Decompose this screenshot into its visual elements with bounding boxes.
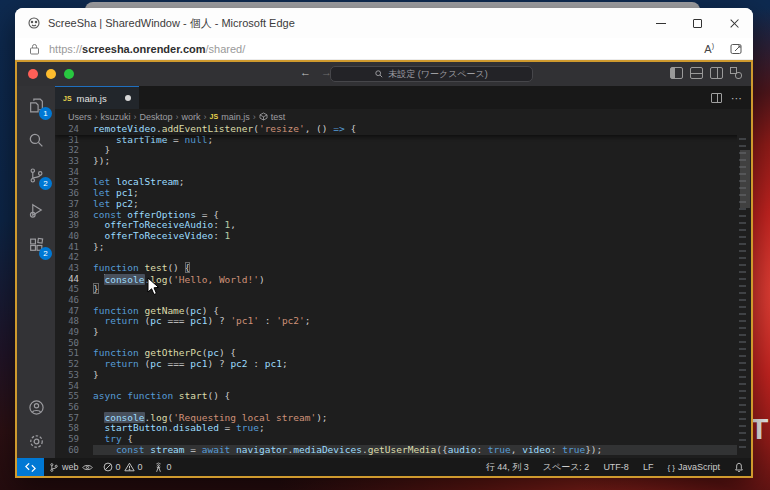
line-number: 38 (55, 210, 93, 221)
breadcrumb-item[interactable]: work (182, 112, 201, 122)
encoding-status[interactable]: UTF-8 (596, 462, 636, 472)
language-status[interactable]: { } JavaScript (660, 462, 727, 472)
nav-back-icon[interactable]: ← (300, 66, 311, 78)
line-number: 60 (55, 445, 93, 456)
code-line[interactable]: 32 } (55, 145, 751, 156)
code-line[interactable]: 24remoteVideo.addEventListener('resize',… (55, 124, 751, 135)
tab-bar: JS main.js ⋯ (55, 86, 751, 109)
account-icon[interactable] (24, 396, 48, 418)
line-number: 57 (55, 413, 93, 424)
line-number: 49 (55, 327, 93, 338)
notifications-status[interactable] (727, 462, 751, 473)
minimize-button[interactable] (642, 8, 679, 38)
line-col-status[interactable]: 行 44, 列 3 (479, 461, 536, 474)
url-bar[interactable]: https://screesha.onrender.com/shared/ A) (15, 38, 753, 60)
extensions-icon[interactable]: 2 (24, 234, 48, 256)
line-number: 47 (55, 306, 93, 317)
branch-icon (49, 462, 59, 473)
line-number: 32 (55, 145, 93, 156)
code-line[interactable]: 52 return (pc === pc1) ? pc2 : pc1; (55, 359, 751, 370)
code-line[interactable]: 40 offerToReceiveVideo: 1 (55, 231, 751, 242)
line-number: 59 (55, 434, 93, 445)
site-favicon (27, 16, 41, 30)
traffic-close-button[interactable] (28, 69, 38, 79)
read-aloud-icon[interactable]: A) (704, 42, 714, 55)
sticky-scroll-line[interactable]: 24remoteVideo.addEventListener('resize',… (55, 124, 751, 135)
code-line[interactable]: 48 return (pc === pc1) ? 'pc1' : 'pc2'; (55, 316, 751, 327)
code-line[interactable]: 55async function start() { (55, 391, 751, 402)
close-button[interactable] (716, 8, 753, 38)
line-number: 36 (55, 188, 93, 199)
code-line[interactable]: 53} (55, 370, 751, 381)
line-number: 40 (55, 231, 93, 242)
explorer-badge: 1 (39, 107, 52, 120)
line-number: 44 (55, 274, 93, 285)
run-debug-icon[interactable] (24, 199, 48, 221)
settings-gear-icon[interactable] (24, 430, 48, 452)
line-number: 43 (55, 263, 93, 274)
tab-main-js[interactable]: JS main.js (55, 86, 139, 109)
command-center-search[interactable]: 未設定 (ワークスペース) (330, 66, 533, 82)
source-control-badge: 2 (39, 177, 52, 190)
line-number: 50 (55, 338, 93, 349)
eol-status[interactable]: LF (636, 462, 661, 472)
breadcrumb-item[interactable]: ksuzuki (101, 112, 131, 122)
search-view-icon[interactable] (24, 129, 48, 151)
remote-indicator[interactable] (17, 458, 44, 476)
page-actions-icon[interactable] (730, 43, 743, 55)
breadcrumb-item-symbol[interactable]: test (271, 112, 286, 122)
bell-icon (734, 462, 744, 473)
code-line[interactable]: 36let pc1; (55, 188, 751, 199)
search-icon (375, 70, 383, 78)
line-number: 48 (55, 316, 93, 327)
code-line[interactable]: 33}); (55, 156, 751, 167)
customize-layout-icon[interactable] (730, 67, 743, 79)
ports-status[interactable]: 0 (148, 458, 177, 476)
code-line[interactable]: 43function test() { (55, 263, 751, 274)
line-number: 39 (55, 220, 93, 231)
breadcrumb-item-file[interactable]: main.js (221, 112, 250, 122)
url-text[interactable]: https://screesha.onrender.com/shared/ (49, 43, 245, 55)
toggle-sidebar-icon[interactable] (670, 67, 683, 79)
activity-bar: 1 2 (17, 86, 55, 458)
toggle-panel-icon[interactable] (690, 67, 703, 79)
line-number: 35 (55, 177, 93, 188)
line-number: 53 (55, 370, 93, 381)
scrollbar-thumb[interactable] (740, 150, 750, 208)
line-number: 42 (55, 252, 93, 263)
toggle-secondary-sidebar-icon[interactable] (710, 67, 723, 79)
explorer-icon[interactable]: 1 (24, 94, 48, 116)
more-actions-icon[interactable]: ⋯ (731, 94, 743, 102)
traffic-zoom-button[interactable] (64, 69, 74, 79)
traffic-minimize-button[interactable] (46, 69, 56, 79)
modified-dot-icon[interactable] (125, 95, 131, 101)
split-editor-icon[interactable] (711, 93, 722, 103)
indent-status[interactable]: スペース: 2 (536, 461, 597, 474)
problems-status[interactable]: 0 0 (98, 458, 148, 476)
tab-label: main.js (77, 93, 107, 104)
code-line[interactable]: 58 startButton.disabled = true; (55, 423, 751, 434)
branch-status[interactable]: web (44, 458, 98, 476)
breadcrumb-item[interactable]: Desktop (140, 112, 173, 122)
maximize-button[interactable] (679, 8, 716, 38)
breadcrumb-item[interactable]: Users (68, 112, 92, 122)
code-line[interactable]: 31 startTime = null; (55, 135, 751, 146)
line-number: 33 (55, 156, 93, 167)
symbol-method-icon (259, 112, 268, 121)
breadcrumb: Users › ksuzuki › Desktop › work › JS ma… (55, 109, 751, 124)
line-number: 58 (55, 423, 93, 434)
js-file-icon: JS (63, 95, 72, 102)
browser-titlebar: ScreeSha | SharedWindow - 個人 - Microsoft… (15, 8, 753, 38)
vscode-window: ← → 未設定 (ワークスペース) (15, 60, 753, 478)
line-number: 46 (55, 295, 93, 306)
braces-icon: { } (667, 463, 675, 472)
source-control-icon[interactable]: 2 (24, 164, 48, 186)
code-line[interactable]: 41}; (55, 242, 751, 253)
js-file-icon: JS (210, 113, 219, 120)
code-line[interactable]: 60 const stream = await navigator.mediaD… (55, 445, 751, 456)
line-number: 52 (55, 359, 93, 370)
radio-tower-icon (153, 462, 164, 473)
code-line[interactable]: 35let localStream; (55, 177, 751, 188)
mouse-pointer-icon (147, 277, 160, 296)
code-line[interactable]: 49} (55, 327, 751, 338)
